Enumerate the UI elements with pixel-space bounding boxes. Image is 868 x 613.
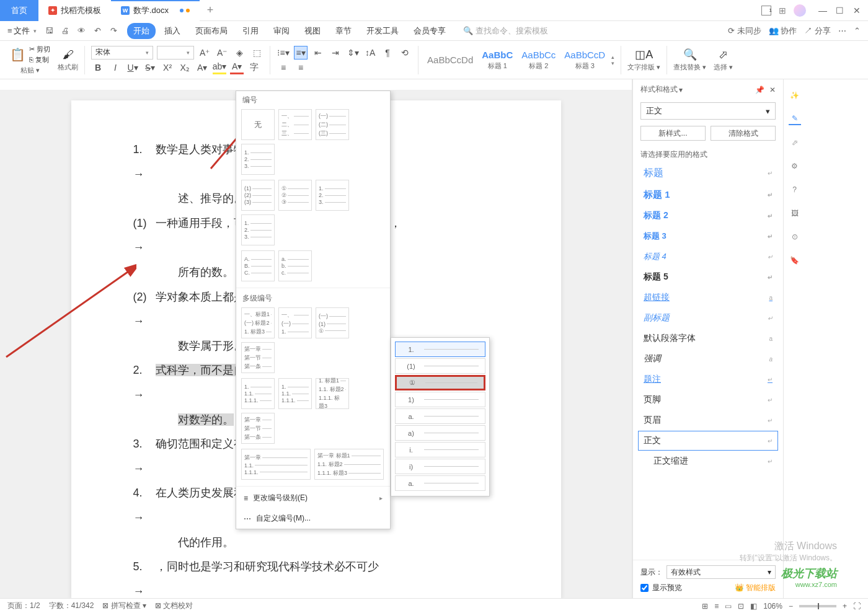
style-item[interactable]: 页眉↵ [638, 410, 778, 430]
change-level-menu[interactable]: ≡ 更改编号级别(E) ▸ [236, 488, 390, 508]
bookmark-icon[interactable]: 🔖 [789, 254, 801, 267]
numbering-option[interactable]: 一、标题1(一) 标题21. 标题3 [241, 307, 275, 338]
command-search[interactable]: 🔍 查找命令、搜索模板 [463, 25, 548, 37]
numbering-option[interactable]: 一、(一)1. [278, 307, 312, 338]
preview-icon[interactable]: 👁 [76, 25, 87, 37]
style-item[interactable]: 正文缩进↵ [638, 451, 778, 471]
sparkle-icon[interactable]: ✨ [789, 89, 801, 102]
page-status[interactable]: 页面：1/2 [7, 601, 40, 611]
highlight-icon[interactable]: ab▾ [213, 61, 226, 74]
maximize-button[interactable]: ☐ [836, 6, 844, 15]
menu-tab-1[interactable]: 插入 [158, 23, 187, 39]
numbering-option[interactable]: A.B.C. [241, 250, 275, 281]
sync-status[interactable]: ⟳ 未同步 [728, 25, 761, 37]
image-icon[interactable]: 🖼 [789, 207, 801, 219]
numbering-option[interactable]: (一)(二)(三) [316, 109, 349, 140]
file-menu[interactable]: 文件▾ [14, 25, 37, 37]
save-icon[interactable]: 🖫 [44, 25, 55, 37]
numbering-icon[interactable]: ≡▾ [294, 46, 308, 60]
style-item[interactable]: 标题 3↵ [638, 226, 778, 246]
tab-add-button[interactable]: + [200, 4, 221, 17]
word-count[interactable]: 字数：41/342 [49, 601, 94, 611]
style-item[interactable]: 默认段落字体a [638, 329, 778, 348]
level-option-5[interactable]: a) [395, 425, 485, 441]
numbering-option[interactable]: 1.2.3. [241, 214, 275, 245]
view-mode-5-icon[interactable]: ◧ [750, 602, 757, 611]
view-mode-3-icon[interactable]: ▭ [725, 602, 732, 611]
level-option-1[interactable]: (1) [395, 358, 485, 374]
increase-font-icon[interactable]: A⁺ [198, 46, 211, 60]
find-replace-icon[interactable]: 🔍 [683, 48, 697, 61]
font-select[interactable]: 宋体▾ [91, 46, 153, 60]
level-option-3[interactable]: 1) [395, 392, 485, 407]
tab-home[interactable]: 首页 [0, 0, 38, 21]
style-heading2[interactable]: AaBbCc标题 2 [519, 48, 558, 72]
avatar-icon[interactable] [794, 4, 806, 17]
sort-icon[interactable]: ↕A [363, 46, 377, 60]
collaborate-button[interactable]: 👥 协作 [769, 25, 797, 37]
zoom-out-icon[interactable]: − [789, 602, 793, 611]
size-select[interactable]: ▾ [157, 46, 194, 60]
fullscreen-icon[interactable]: ⛶ [853, 602, 861, 611]
view-mode-1-icon[interactable]: ⊞ [702, 602, 708, 611]
style-normal[interactable]: AaBbCcDd [425, 53, 476, 66]
style-heading3[interactable]: AaBbCcD标题 3 [562, 48, 608, 72]
menu-tab-6[interactable]: 章节 [329, 23, 358, 39]
underline-icon[interactable]: U▾ [126, 61, 140, 74]
zoom-slider[interactable] [799, 605, 836, 607]
document-proof[interactable]: ⊠ 文档校对 [155, 601, 193, 611]
level-option-4[interactable]: a. [395, 408, 485, 424]
italic-icon[interactable]: I [108, 61, 122, 74]
current-style-select[interactable]: 正文▾ [640, 102, 776, 120]
collapse-icon[interactable]: ⌃ [854, 26, 861, 35]
bullets-icon[interactable]: ⁝≡▾ [277, 46, 290, 60]
help-icon[interactable]: ? [789, 183, 801, 196]
style-item[interactable]: 副标题↵ [638, 308, 778, 328]
format-painter-icon[interactable]: 🖌 [63, 48, 74, 61]
copy-button[interactable]: ⎘ 复制 [29, 55, 50, 64]
custom-numbering-menu[interactable]: ⋯ 自定义编号(M)... [236, 508, 390, 529]
menu-tab-3[interactable]: 引用 [236, 23, 265, 39]
style-item[interactable]: 页脚↵ [638, 390, 778, 410]
document-line[interactable]: 5. →，同时也是学习和研究现代科学技术必不可少 [133, 555, 512, 598]
view-mode-2-icon[interactable]: ≡ [714, 602, 719, 611]
undo-icon[interactable]: ↶ [92, 25, 104, 37]
style-item[interactable]: 标题↵ [638, 162, 778, 184]
menu-tab-7[interactable]: 开发工具 [360, 23, 405, 39]
font-color-icon[interactable]: A▾ [230, 61, 244, 74]
numbering-option[interactable]: 1.2.3. [316, 180, 349, 211]
zoom-value[interactable]: 106% [763, 602, 782, 611]
level-option-6[interactable]: i. [395, 442, 485, 457]
more-icon[interactable]: ⋯ [838, 26, 846, 35]
style-item[interactable]: 超链接a [638, 288, 778, 307]
minimize-button[interactable]: — [818, 6, 827, 15]
numbering-option[interactable]: 第一章第一节第一条 [241, 342, 275, 373]
close-button[interactable]: ✕ [853, 6, 862, 15]
level-option-7[interactable]: i) [395, 459, 485, 474]
menu-icon[interactable]: ≡ [7, 26, 12, 35]
print-icon[interactable]: 🖨 [60, 25, 71, 37]
spell-check[interactable]: ⊠ 拼写检查 ▾ [102, 601, 146, 611]
numbering-option[interactable]: 1.1.1.1.1.1. [241, 378, 275, 409]
subscript-icon[interactable]: X₂ [178, 61, 192, 74]
style-item[interactable]: 标题 5↵ [638, 267, 778, 287]
style-item[interactable]: 强调a [638, 349, 778, 369]
apps-icon[interactable]: ⊞ [779, 6, 786, 15]
bold-icon[interactable]: B [91, 61, 105, 74]
numbering-option[interactable]: 1. 标题11.1. 标题21.1.1. 标题3 [316, 378, 349, 409]
numbering-option[interactable]: 第一章 标题11.1. 标题21.1.1. 标题3 [314, 449, 384, 480]
cursor-icon[interactable]: ⬀ [789, 136, 801, 149]
tab-document[interactable]: W 数学.docx [111, 0, 200, 21]
pencil-icon[interactable]: ✎ [789, 113, 801, 125]
pin-icon[interactable]: 📌 [755, 86, 764, 94]
text-effect-icon[interactable]: A▾ [195, 61, 209, 74]
text-layout-icon[interactable]: ◫A [635, 48, 653, 61]
para-mark-icon[interactable]: ¶ [381, 46, 394, 60]
numbering-option[interactable]: (一)(1)① [316, 307, 349, 338]
preview-checkbox[interactable] [640, 584, 649, 592]
style-item[interactable]: 标题 4↵ [638, 247, 778, 267]
tab-templates[interactable]: ✦ 找稻壳模板 [38, 0, 111, 21]
styles-more-icon[interactable]: ▴▾ [611, 54, 614, 66]
increase-indent-icon[interactable]: ⇥ [329, 46, 342, 60]
clear-format-button[interactable]: 清除格式 [711, 126, 776, 141]
